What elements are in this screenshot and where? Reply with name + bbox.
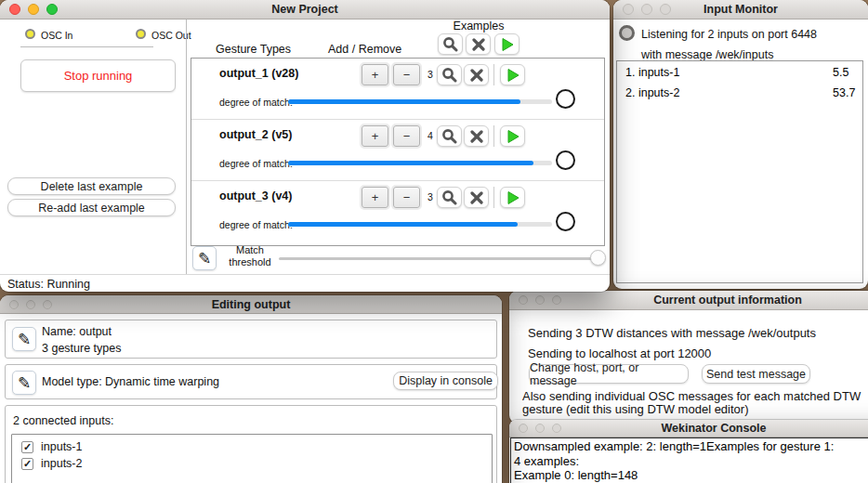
gesture-types-header: Gesture Types [216,43,291,56]
change-host-port-button[interactable]: Change host, port, or message [529,364,689,384]
magnifier-icon [441,189,457,205]
edit-name-button[interactable]: ✎ [12,327,36,351]
view-examples-button[interactable] [437,64,462,85]
input-monitor-titlebar[interactable]: Input Monitor [613,0,868,20]
zoom-button[interactable] [46,4,58,15]
x-icon [470,130,483,143]
window-controls[interactable] [519,420,561,437]
run-all-button[interactable] [494,33,519,55]
divider [0,274,610,275]
console-output[interactable]: Downsampled example: 2: length=1Examples… [510,437,868,483]
display-in-console-button[interactable]: Display in console [393,372,498,390]
play-icon [506,129,520,144]
current-output-titlebar[interactable]: Current output information [509,291,868,310]
match-threshold-slider[interactable] [279,257,604,260]
add-example-button[interactable]: + [362,125,388,147]
minimize-button[interactable] [28,4,39,15]
close-button[interactable] [9,4,20,15]
minimize-button-inactive[interactable] [26,300,35,309]
close-button-inactive[interactable] [519,295,528,305]
window-controls[interactable] [623,0,671,19]
close-button-inactive[interactable] [9,300,19,309]
gesture-name: output_2 (v5) [219,128,292,141]
close-button-inactive[interactable] [519,424,528,433]
zoom-button-inactive[interactable] [552,424,561,433]
match-indicator-ring-icon [556,89,575,109]
magnifier-icon [442,36,458,52]
desktop: Input Monitor Listening for 2 inputs on … [0,0,868,483]
gesture-row: output_1 (v28) + − 3 [191,59,604,120]
edit-threshold-button[interactable]: ✎ [192,246,217,270]
listening-message: with message /wek/inputs [641,48,773,61]
window-title: Wekinator Console [662,422,767,435]
close-button-inactive[interactable] [623,4,634,15]
osc-note-line2: gesture (edit this using DTW model edito… [522,402,748,416]
input-monitor-window: Input Monitor Listening for 2 inputs on … [613,0,868,289]
clear-examples-button[interactable] [464,125,489,147]
match-threshold-thumb[interactable] [590,250,606,266]
clear-all-examples-button[interactable] [466,33,491,55]
remove-example-button[interactable]: − [393,125,420,147]
minimize-button-inactive[interactable] [535,295,545,305]
play-gesture-button[interactable] [500,187,525,208]
window-controls[interactable] [9,0,58,19]
remove-example-button[interactable]: − [393,187,420,208]
minimize-button-inactive[interactable] [535,424,545,433]
zoom-button-inactive[interactable] [43,300,52,309]
add-example-button[interactable]: + [362,64,388,85]
window-controls[interactable] [9,295,52,313]
delete-last-example-button[interactable]: Delete last example [7,177,176,195]
play-gesture-button[interactable] [500,64,525,85]
window-title: New Project [271,3,338,16]
input-value: 5.5 [833,66,848,79]
console-line: Example 0: length=148 [514,468,868,483]
input-label: inputs-1 [41,440,82,453]
connected-inputs-label: 2 connected inputs: [13,414,113,427]
degree-of-match-slider [288,222,552,227]
new-project-titlebar[interactable]: New Project [0,0,610,20]
input-name: 1. inputs-1 [625,66,679,79]
console-titlebar[interactable]: Wekinator Console [509,420,868,437]
new-project-window: New Project OSC In OSC Out Stop running … [0,0,610,292]
play-gesture-button[interactable] [500,125,525,147]
connected-inputs-list: ✓ inputs-1 ✓ inputs-2 [11,434,493,483]
input-checkbox-row[interactable]: ✓ inputs-2 [21,457,82,470]
input-name: 2. inputs-2 [625,86,679,99]
degree-of-match-fill [288,99,520,104]
clear-examples-button[interactable] [464,187,489,208]
match-threshold-label: Match threshold [221,244,279,268]
console-line: 4 examples: [514,454,868,469]
inputs-list: 1. inputs-1 5.5 2. inputs-2 53.7 [616,60,863,283]
play-icon [506,68,520,83]
window-title: Input Monitor [704,3,778,16]
remove-example-button[interactable]: − [393,64,420,85]
zoom-button-inactive[interactable] [552,295,561,305]
view-examples-button[interactable] [437,187,462,208]
checkbox-checked-icon[interactable]: ✓ [21,458,33,470]
stop-running-button[interactable]: Stop running [20,59,176,92]
add-example-button[interactable]: + [362,187,388,208]
magnifier-icon [441,67,457,83]
clear-examples-button[interactable] [464,64,489,85]
osc-out-indicator-icon [136,29,146,39]
play-icon [506,190,520,205]
zoom-button-inactive[interactable] [660,4,671,15]
input-checkbox-row[interactable]: ✓ inputs-1 [21,440,82,453]
divider [493,64,494,85]
panel-divider [186,20,187,274]
minimize-button-inactive[interactable] [641,4,652,15]
console-line: Downsampled example: 2: length=1Examples… [514,439,868,454]
divider [20,46,153,47]
checkbox-checked-icon[interactable]: ✓ [21,441,33,453]
osc-in-indicator-icon [25,29,35,39]
editing-output-titlebar[interactable]: Editing output [0,295,502,314]
view-examples-button[interactable] [437,125,462,147]
x-icon [470,191,483,204]
readd-last-example-button[interactable]: Re-add last example [7,199,176,216]
status-bar: Status: Running [7,278,90,291]
window-controls[interactable] [519,291,561,309]
view-all-examples-button[interactable] [438,33,463,55]
sending-host-text: Sending to localhost at port 12000 [528,346,711,360]
send-test-message-button[interactable]: Send test message [702,364,810,384]
edit-model-type-button[interactable]: ✎ [12,371,36,395]
